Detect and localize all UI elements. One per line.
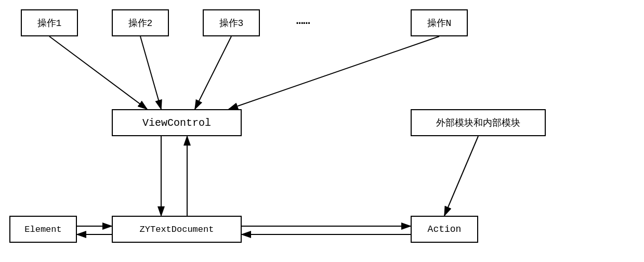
box-view-control: ViewControl <box>112 109 242 136</box>
box-action: Action <box>411 216 478 243</box>
svg-line-5 <box>229 36 439 109</box>
box-element: Element <box>9 216 77 243</box>
svg-line-3 <box>140 36 161 109</box>
box-op3: 操作3 <box>203 9 260 36</box>
diagram: 操作1 操作2 操作3 操作N ViewControl 外部模块和内部模块 El… <box>0 0 644 262</box>
box-zy-text-document: ZYTextDocument <box>112 216 242 243</box>
box-opN: 操作N <box>411 9 468 36</box>
arrows-svg <box>0 0 644 262</box>
box-op2: 操作2 <box>112 9 169 36</box>
ellipsis: …… <box>296 15 310 28</box>
svg-line-2 <box>49 36 147 109</box>
box-external-modules: 外部模块和内部模块 <box>411 109 546 136</box>
svg-line-8 <box>444 136 478 216</box>
box-op1: 操作1 <box>21 9 78 36</box>
svg-line-4 <box>195 36 231 109</box>
